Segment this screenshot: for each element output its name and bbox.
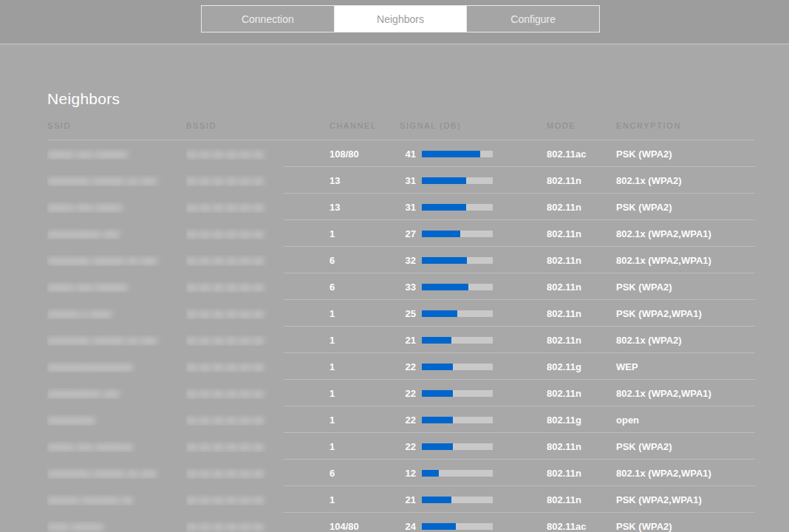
mode-value: 802.11n <box>547 468 616 479</box>
bssid-masked-text: xx xx xx xx xx xx <box>186 521 264 532</box>
ssid-masked-text: xxxxxxxx xxxxxx xx xxx <box>47 468 157 479</box>
bssid-cell: xx xx xx xx xx xx <box>186 468 329 479</box>
signal-value: 33 <box>400 282 416 293</box>
bssid-masked-text: xx xx xx xx xx xx <box>186 494 264 505</box>
encryption-value: PSK (WPA2,WPA1) <box>616 494 755 505</box>
encryption-value: 802.1x (WPA2,WPA1) <box>616 255 755 266</box>
table-row[interactable]: xxxxxx xxxxxxx xx xx xx xx xx xx xx 1 21… <box>47 486 755 513</box>
signal-bar <box>422 337 493 344</box>
signal-bar-fill <box>422 523 456 530</box>
ssid-masked-text: xxxxxx xxxxxxx xx <box>47 494 133 505</box>
tab-neighbors[interactable]: Neighbors <box>335 6 468 32</box>
bssid-masked-text: xx xx xx xx xx xx <box>186 255 264 266</box>
bssid-cell: xx xx xx xx xx xx <box>186 175 329 186</box>
signal-value: 22 <box>400 361 416 372</box>
table-row[interactable]: xxxxxxxxxx xxx xx xx xx xx xx xx 1 22 80… <box>47 380 755 406</box>
signal-cell: 21 <box>400 494 547 505</box>
signal-bar-fill <box>422 177 466 184</box>
table-row[interactable]: xxxxxxxxx xx xx xx xx xx xx 1 22 802.11g… <box>47 406 755 433</box>
bssid-cell: xx xx xx xx xx xx <box>186 282 329 293</box>
channel-value: 1 <box>329 441 400 452</box>
signal-cell: 22 <box>400 361 547 372</box>
signal-value: 12 <box>400 468 416 479</box>
bssid-cell: xx xx xx xx xx xx <box>186 361 329 372</box>
bssid-masked-text: xx xx xx xx xx xx <box>186 468 264 479</box>
table-row[interactable]: xxxxxxxxxxxxxxxx xx xx xx xx xx xx 1 22 … <box>47 353 755 380</box>
signal-cell: 22 <box>400 441 547 452</box>
mode-value: 802.11n <box>547 335 616 346</box>
signal-bar-fill <box>422 337 451 344</box>
channel-value: 13 <box>329 202 400 213</box>
bssid-cell: xx xx xx xx xx xx <box>186 308 329 319</box>
ssid-cell: xxxxxxxx xxxxxx xx xxx <box>47 468 186 479</box>
ssid-cell: xxxxx xxx xxxxxx <box>47 149 186 160</box>
signal-cell: 27 <box>400 228 547 239</box>
table-row[interactable]: xxxx xxxxxx xx xx xx xx xx xx 104/80 24 … <box>47 513 755 532</box>
table-row[interactable]: xxxxx xxx xxxxxx xx xx xx xx xx xx 6 33 … <box>47 273 755 300</box>
mode-value: 802.11n <box>547 441 616 452</box>
signal-bar <box>422 257 493 264</box>
table-row[interactable]: xxxxx xxx xxxxxxx xx xx xx xx xx xx 1 22… <box>47 433 755 460</box>
bssid-masked-text: xx xx xx xx xx xx <box>186 388 264 399</box>
table-row[interactable]: xxxxxxxx xxxxxx xx xxx xx xx xx xx xx xx… <box>47 167 755 194</box>
table-row[interactable]: xxxxx xxx xxxxxx xx xx xx xx xx xx 108/8… <box>47 140 755 167</box>
bssid-masked-text: xx xx xx xx xx xx <box>186 175 264 186</box>
bssid-masked-text: xx xx xx xx xx xx <box>186 415 264 426</box>
signal-cell: 41 <box>400 149 547 160</box>
tab-configure[interactable]: Configure <box>467 6 599 32</box>
bssid-cell: xx xx xx xx xx xx <box>186 415 329 426</box>
ssid-masked-text: xxxxx xxx xxxxxx <box>47 282 127 293</box>
channel-value: 1 <box>329 494 400 505</box>
signal-bar <box>422 231 493 237</box>
col-header-channel: CHANNEL <box>329 121 400 130</box>
mode-value: 802.11n <box>547 308 616 319</box>
page-title: Neighbors <box>47 90 789 108</box>
mode-value: 802.11g <box>547 361 616 372</box>
signal-cell: 22 <box>400 415 547 426</box>
channel-value: 1 <box>329 388 400 399</box>
bssid-cell: xx xx xx xx xx xx <box>186 149 329 160</box>
mode-value: 802.11n <box>547 202 616 213</box>
bssid-cell: xx xx xx xx xx xx <box>186 388 329 399</box>
mode-value: 802.11g <box>547 415 616 426</box>
bssid-cell: xx xx xx xx xx xx <box>186 441 329 452</box>
signal-bar <box>422 390 493 397</box>
bssid-masked-text: xx xx xx xx xx xx <box>186 335 264 346</box>
signal-value: 41 <box>400 149 416 160</box>
encryption-value: 802.1x (WPA2) <box>616 335 755 346</box>
encryption-value: PSK (WPA2,WPA1) <box>616 308 755 319</box>
signal-bar <box>422 284 493 290</box>
mode-value: 802.11n <box>547 175 616 186</box>
ssid-cell: xxxxxxxx xxxxxx xx xxx <box>47 175 186 186</box>
table-body: xxxxx xxx xxxxxx xx xx xx xx xx xx 108/8… <box>47 140 755 532</box>
tab-group: Connection Neighbors Configure <box>201 5 600 33</box>
mode-value: 802.11n <box>547 228 616 239</box>
tab-connection[interactable]: Connection <box>202 6 335 32</box>
bssid-masked-text: xx xx xx xx xx xx <box>186 228 264 239</box>
channel-value: 1 <box>329 308 400 319</box>
signal-bar-fill <box>422 443 453 450</box>
signal-bar-fill <box>422 470 439 477</box>
table-row[interactable]: xxxxxxxx xxxxxx xx xxx xx xx xx xx xx xx… <box>47 460 755 486</box>
table-row[interactable]: xxxxxx x xxxx xx xx xx xx xx xx 1 25 802… <box>47 300 755 327</box>
signal-cell: 33 <box>400 282 547 293</box>
signal-value: 24 <box>400 521 416 532</box>
table-row[interactable]: xxxxxxxx xxxxxx xx xxx xx xx xx xx xx xx… <box>47 327 755 353</box>
ssid-cell: xxxx xxxxxx <box>47 521 186 532</box>
channel-value: 1 <box>329 361 400 372</box>
ssid-cell: xxxxxxxx xxxxxx xx xxx <box>47 335 186 346</box>
table-row[interactable]: xxxxxxxxxx xxx xx xx xx xx xx xx 1 27 80… <box>47 220 755 247</box>
encryption-value: open <box>616 415 755 426</box>
table-row[interactable]: xxxxx xxx xxxxx xx xx xx xx xx xx 13 31 … <box>47 194 755 220</box>
ssid-cell: xxxxxxxxx <box>47 415 186 426</box>
table-row[interactable]: xxxxxxxx xxxxxx xx xxx xx xx xx xx xx xx… <box>47 247 755 273</box>
table-header-row: SSID BSSID CHANNEL SIGNAL (DB) MODE ENCR… <box>47 121 755 140</box>
signal-value: 31 <box>400 202 416 213</box>
signal-bar-fill <box>422 257 467 264</box>
bssid-masked-text: xx xx xx xx xx xx <box>186 441 264 452</box>
signal-bar <box>422 204 493 211</box>
ssid-masked-text: xxxxxxxx xxxxxx xx xxx <box>47 255 157 266</box>
encryption-value: 802.1x (WPA2,WPA1) <box>616 388 755 399</box>
signal-bar <box>422 497 493 503</box>
ssid-cell: xxxxxx x xxxx <box>47 308 186 319</box>
